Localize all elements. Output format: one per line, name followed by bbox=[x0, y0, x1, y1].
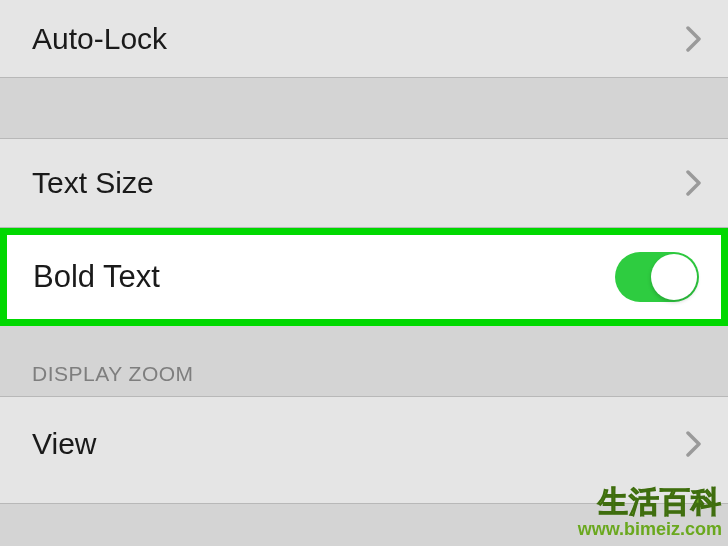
toggle-knob bbox=[651, 254, 697, 300]
row-label: Text Size bbox=[32, 166, 154, 200]
chevron-right-icon bbox=[686, 26, 702, 52]
row-label: Auto-Lock bbox=[32, 22, 167, 56]
chevron-right-icon bbox=[686, 431, 702, 457]
section-header-text: DISPLAY ZOOM bbox=[32, 362, 194, 385]
section-header-displayzoom: DISPLAY ZOOM bbox=[0, 326, 728, 396]
settings-row-textsize[interactable]: Text Size bbox=[0, 138, 728, 228]
chevron-right-icon bbox=[686, 170, 702, 196]
highlight-box: Bold Text bbox=[0, 228, 728, 326]
settings-row-autolock[interactable]: Auto-Lock bbox=[0, 0, 728, 78]
watermark-url: www.bimeiz.com bbox=[578, 519, 722, 540]
row-label: View bbox=[32, 427, 96, 461]
bold-text-toggle[interactable] bbox=[615, 252, 699, 302]
section-gap bbox=[0, 78, 728, 138]
settings-row-boldtext[interactable]: Bold Text bbox=[7, 235, 721, 319]
settings-row-view[interactable]: View bbox=[0, 396, 728, 504]
row-label: Bold Text bbox=[33, 259, 160, 295]
